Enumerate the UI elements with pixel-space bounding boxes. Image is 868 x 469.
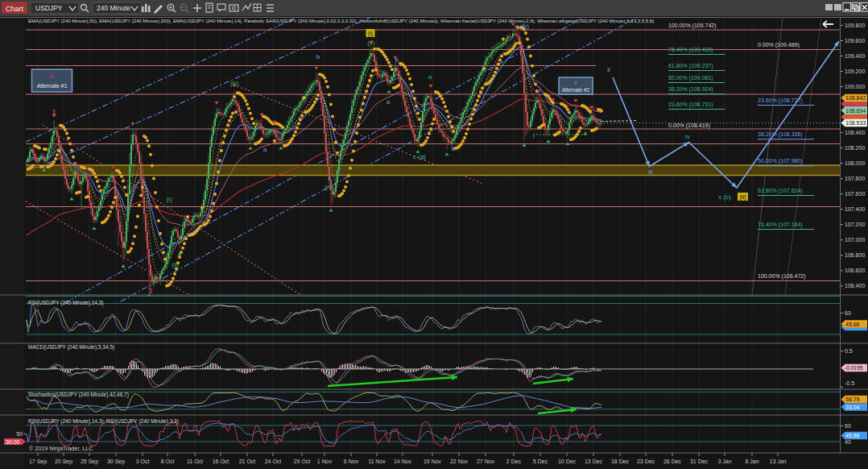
svg-text:109.600: 109.600 — [845, 38, 865, 44]
svg-text:Chart: Chart — [6, 5, 24, 13]
svg-text:23 Dec: 23 Dec — [637, 459, 655, 464]
svg-text:45.66: 45.66 — [845, 322, 860, 327]
svg-text:29 Oct: 29 Oct — [294, 459, 311, 464]
svg-text:i: i — [533, 133, 535, 140]
svg-text:107.600: 107.600 — [845, 191, 865, 197]
svg-text:107.200: 107.200 — [845, 222, 865, 227]
svg-text:30.00: 30.00 — [6, 439, 20, 445]
svg-text:38.20% (108.336): 38.20% (108.336) — [758, 131, 803, 138]
svg-text:109.400: 109.400 — [845, 53, 865, 59]
svg-text:(i): (i) — [166, 196, 172, 203]
svg-text:1: 1 — [52, 108, 56, 116]
svg-text:b: b — [452, 145, 456, 152]
svg-text:RSI(USDJPY (240 Minute),14,3): RSI(USDJPY (240 Minute),14,3) — [28, 300, 103, 306]
svg-text:19 Nov: 19 Nov — [424, 459, 442, 464]
svg-text:0.00% (109.489): 0.00% (109.489) — [758, 42, 800, 48]
svg-text:61.80% (109.237): 61.80% (109.237) — [668, 63, 713, 69]
svg-text:b: b — [316, 53, 320, 60]
svg-text:107.400: 107.400 — [845, 206, 865, 212]
svg-text:2: 2 — [148, 287, 152, 295]
svg-text:3 Oct: 3 Oct — [136, 459, 150, 464]
svg-text:33.04: 33.04 — [845, 405, 860, 410]
svg-text:76.40% (107.184): 76.40% (107.184) — [758, 222, 803, 228]
svg-text:108.000: 108.000 — [845, 160, 865, 166]
svg-text:13 Jan: 13 Jan — [769, 459, 786, 464]
svg-text:58.79: 58.79 — [845, 396, 860, 402]
svg-text:6 Nov: 6 Nov — [344, 459, 359, 464]
svg-text:106.600: 106.600 — [845, 268, 865, 273]
svg-text:8 Jan: 8 Jan — [745, 459, 758, 464]
svg-text:22 Nov: 22 Nov — [450, 459, 469, 464]
svg-text:v (c): v (c) — [718, 193, 731, 201]
svg-text:c: c — [515, 23, 518, 30]
svg-text:11 Nov: 11 Nov — [368, 459, 386, 464]
svg-text:107.000: 107.000 — [845, 237, 865, 243]
svg-text:106.800: 106.800 — [845, 252, 865, 258]
svg-text:60: 60 — [845, 310, 851, 316]
svg-text:108.694: 108.694 — [845, 108, 866, 114]
svg-text:25 Sep: 25 Sep — [81, 459, 98, 465]
svg-text:(iv): (iv) — [324, 184, 333, 191]
svg-text:30 Sep: 30 Sep — [107, 459, 125, 465]
svg-text:(b): (b) — [521, 23, 529, 30]
svg-text:109.800: 109.800 — [845, 23, 865, 28]
svg-text:EMA(USDJPY (240 Minute),50), E: EMA(USDJPY (240 Minute),50), EMA(USDJPY … — [28, 19, 654, 23]
svg-text:108.842: 108.842 — [845, 95, 866, 101]
svg-text:USDJPY: USDJPY — [35, 4, 63, 12]
svg-text:20 Sep: 20 Sep — [55, 459, 72, 465]
svg-text:17 Sep: 17 Sep — [29, 459, 47, 465]
svg-text:a: a — [263, 146, 267, 153]
svg-text:A: A — [50, 73, 55, 80]
svg-text:100.00% (106.472): 100.00% (106.472) — [758, 273, 806, 280]
svg-text:iii: iii — [648, 168, 653, 176]
svg-text:24 Oct: 24 Oct — [265, 459, 282, 464]
svg-text:21 Oct: 21 Oct — [239, 459, 256, 464]
svg-text:50.00% (109.081): 50.00% (109.081) — [668, 75, 713, 81]
svg-text:61.80% (107.624): 61.80% (107.624) — [758, 188, 803, 194]
svg-text:RSI(USDJPY (240 Minute),14,3);: RSI(USDJPY (240 Minute),14,3); RSI(USDJP… — [28, 418, 179, 425]
svg-text:14 Nov: 14 Nov — [394, 459, 412, 464]
svg-text:38.20% (108.924): 38.20% (108.924) — [668, 86, 713, 93]
svg-text:a: a — [386, 98, 391, 106]
svg-text:26 Dec: 26 Dec — [663, 459, 682, 464]
svg-text:27 Nov: 27 Nov — [477, 459, 495, 464]
svg-text:Alternate #1: Alternate #1 — [37, 83, 68, 89]
svg-text:40: 40 — [845, 439, 851, 445]
svg-text:109.200: 109.200 — [845, 68, 865, 74]
svg-text:50.00% (107.980): 50.00% (107.980) — [758, 158, 803, 164]
svg-text:240 Minute: 240 Minute — [97, 4, 130, 12]
svg-text:60: 60 — [845, 423, 851, 429]
svg-text:108.200: 108.200 — [845, 145, 865, 151]
svg-text:23.60% (108.777): 23.60% (108.777) — [758, 98, 803, 104]
svg-text:c (a): c (a) — [413, 153, 426, 160]
svg-text:10 Dec: 10 Dec — [558, 459, 577, 464]
svg-text:ii: ii — [607, 66, 610, 73]
svg-text:(ii): (ii) — [172, 261, 180, 268]
svg-text:31 Dec: 31 Dec — [690, 459, 709, 464]
svg-text:MACD(USDJPY (240 Minute),5,34,: MACD(USDJPY (240 Minute),5,34,5) — [28, 344, 114, 351]
svg-text:© 2019 NinjaTrader, LLC: © 2019 NinjaTrader, LLC — [29, 445, 93, 452]
svg-text:1 Nov: 1 Nov — [317, 459, 333, 464]
svg-text:-0.0195: -0.0195 — [845, 365, 863, 371]
svg-text:c: c — [328, 175, 331, 182]
svg-text:iv: iv — [685, 133, 690, 140]
svg-text:108.533: 108.533 — [845, 120, 866, 126]
svg-text:11 Oct: 11 Oct — [187, 459, 203, 464]
svg-text:107.800: 107.800 — [845, 176, 865, 181]
svg-text:45.66: 45.66 — [845, 433, 860, 438]
svg-text:100.00% (109.742): 100.00% (109.742) — [668, 23, 717, 29]
svg-text:0.5: 0.5 — [845, 348, 853, 354]
svg-text:108.400: 108.400 — [845, 130, 865, 135]
svg-text:109.000: 109.000 — [845, 84, 865, 89]
svg-text:-0.5: -0.5 — [845, 380, 854, 386]
svg-text:(iii): (iii) — [230, 80, 239, 87]
svg-text:16 Oct: 16 Oct — [213, 459, 229, 464]
svg-text:[ii]: [ii] — [740, 193, 746, 201]
svg-text:(v): (v) — [367, 39, 375, 47]
svg-text:76.40% (109.430): 76.40% (109.430) — [668, 47, 713, 53]
svg-text:8 Oct: 8 Oct — [161, 459, 175, 464]
svg-text:a: a — [428, 73, 432, 81]
svg-text:2 Dec: 2 Dec — [506, 459, 522, 464]
svg-text:13 Dec: 13 Dec — [585, 459, 603, 464]
svg-text:[i]: [i] — [368, 30, 373, 37]
